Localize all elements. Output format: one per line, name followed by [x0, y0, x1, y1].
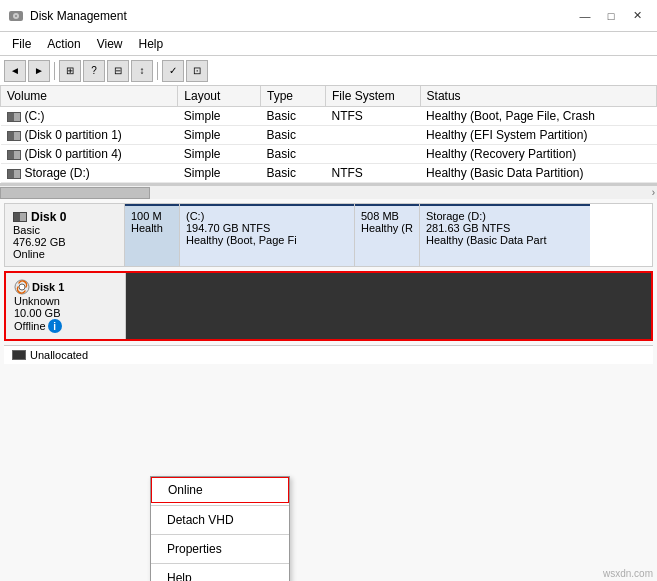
disk0-partition-storage[interactable]: Storage (D:) 281.63 GB NTFS Healthy (Bas…	[420, 204, 590, 266]
legend-unallocated: Unallocated	[12, 349, 88, 361]
close-button[interactable]: ✕	[625, 6, 649, 26]
horizontal-scrollbar[interactable]: ›	[0, 185, 657, 199]
disk0-type: Basic	[13, 224, 116, 236]
disk0-row: Disk 0 Basic 476.92 GB Online 100 M Heal…	[4, 203, 653, 267]
toolbar-back[interactable]: ◄	[4, 60, 26, 82]
menu-help[interactable]: Help	[131, 35, 172, 53]
partition1-status: Health	[131, 222, 173, 234]
toolbar-box[interactable]: ⊡	[186, 60, 208, 82]
partition-508-label: 508 MB	[361, 210, 413, 222]
legend-unallocated-box	[12, 350, 26, 360]
col-type[interactable]: Type	[261, 86, 326, 107]
menu-file[interactable]: File	[4, 35, 39, 53]
disk0-partition-c[interactable]: (C:) 194.70 GB NTFS Healthy (Boot, Page …	[180, 204, 355, 266]
cell-fs: NTFS	[326, 107, 421, 126]
watermark: wsxdn.com	[603, 568, 653, 579]
cell-type: Basic	[261, 164, 326, 183]
disk1-status: Offline i	[14, 319, 117, 333]
main-content: Volume Layout Type File System Status (C…	[0, 86, 657, 581]
volume-table-container[interactable]: Volume Layout Type File System Status (C…	[0, 86, 657, 185]
toolbar: ◄ ► ⊞ ? ⊟ ↕ ✓ ⊡	[0, 56, 657, 86]
cell-status: Healthy (Basic Data Partition)	[420, 164, 656, 183]
table-row[interactable]: (Disk 0 partition 1) Simple Basic Health…	[1, 126, 657, 145]
toolbar-minus[interactable]: ⊟	[107, 60, 129, 82]
app-icon	[8, 8, 24, 24]
cell-volume: Storage (D:)	[1, 164, 178, 183]
disk0-name: Disk 0	[31, 210, 66, 224]
menu-view[interactable]: View	[89, 35, 131, 53]
toolbar-help[interactable]: ?	[83, 60, 105, 82]
toolbar-forward[interactable]: ►	[28, 60, 50, 82]
scroll-thumb[interactable]	[0, 187, 150, 199]
cell-status: Healthy (Boot, Page File, Crash	[420, 107, 656, 126]
context-menu-sep2	[151, 534, 289, 535]
partition-storage-header	[420, 204, 590, 206]
cell-type: Basic	[261, 126, 326, 145]
disk1-size: 10.00 GB	[14, 307, 117, 319]
cell-status: Healthy (Recovery Partition)	[420, 145, 656, 164]
partition-508-status: Healthy (R	[361, 222, 413, 234]
legend-bar: Unallocated	[4, 345, 653, 364]
table-row[interactable]: (Disk 0 partition 4) Simple Basic Health…	[1, 145, 657, 164]
svg-point-2	[15, 15, 17, 17]
window-controls: — □ ✕	[573, 6, 649, 26]
partition-508-header	[355, 204, 419, 206]
cell-volume: (C:)	[1, 107, 178, 126]
cell-type: Basic	[261, 145, 326, 164]
partition1-label: 100 M	[131, 210, 173, 222]
svg-point-4	[19, 284, 25, 290]
cell-layout: Simple	[178, 107, 261, 126]
disk1-label: Disk 1 Unknown 10.00 GB Offline i	[6, 273, 126, 339]
col-filesystem[interactable]: File System	[326, 86, 421, 107]
cell-type: Basic	[261, 107, 326, 126]
window-title: Disk Management	[30, 9, 127, 23]
partition-c-header	[180, 204, 354, 206]
toolbar-arrow[interactable]: ↕	[131, 60, 153, 82]
menu-bar: File Action View Help	[0, 32, 657, 56]
partition-storage-status: Healthy (Basic Data Part	[426, 234, 584, 246]
table-row[interactable]: (C:) Simple Basic NTFS Healthy (Boot, Pa…	[1, 107, 657, 126]
context-menu-help[interactable]: Help	[151, 566, 289, 581]
context-menu-sep1	[151, 505, 289, 506]
cell-fs	[326, 145, 421, 164]
title-bar: Disk Management — □ ✕	[0, 0, 657, 32]
cell-fs	[326, 126, 421, 145]
partition-storage-size: 281.63 GB NTFS	[426, 222, 584, 234]
context-menu: Online Detach VHD Properties Help	[150, 476, 290, 581]
disk0-status: Online	[13, 248, 116, 260]
disk0-partition-508[interactable]: 508 MB Healthy (R	[355, 204, 420, 266]
partition-c-label: (C:)	[186, 210, 348, 222]
col-layout[interactable]: Layout	[178, 86, 261, 107]
minimize-button[interactable]: —	[573, 6, 597, 26]
disk1-row: Disk 1 Unknown 10.00 GB Offline i	[4, 271, 653, 341]
toolbar-check[interactable]: ✓	[162, 60, 184, 82]
toolbar-sep1	[54, 62, 55, 80]
disk0-partition1[interactable]: 100 M Health	[125, 204, 180, 266]
disk0-label: Disk 0 Basic 476.92 GB Online	[5, 204, 125, 266]
toolbar-sep2	[157, 62, 158, 80]
context-menu-online[interactable]: Online	[151, 477, 289, 503]
cell-layout: Simple	[178, 126, 261, 145]
volume-table: Volume Layout Type File System Status (C…	[0, 86, 657, 183]
legend-unallocated-label: Unallocated	[30, 349, 88, 361]
info-icon[interactable]: i	[48, 319, 62, 333]
col-volume[interactable]: Volume	[1, 86, 178, 107]
context-menu-properties[interactable]: Properties	[151, 537, 289, 561]
cell-volume: (Disk 0 partition 1)	[1, 126, 178, 145]
title-bar-left: Disk Management	[8, 8, 127, 24]
maximize-button[interactable]: □	[599, 6, 623, 26]
col-status[interactable]: Status	[420, 86, 656, 107]
disk1-unallocated	[126, 273, 651, 339]
context-menu-sep3	[151, 563, 289, 564]
partition-c-size: 194.70 GB NTFS	[186, 222, 348, 234]
table-row[interactable]: Storage (D:) Simple Basic NTFS Healthy (…	[1, 164, 657, 183]
disk1-name: Disk 1	[32, 281, 64, 293]
cell-status: Healthy (EFI System Partition)	[420, 126, 656, 145]
toolbar-grid[interactable]: ⊞	[59, 60, 81, 82]
cell-layout: Simple	[178, 145, 261, 164]
cell-layout: Simple	[178, 164, 261, 183]
partition1-header	[125, 204, 179, 206]
menu-action[interactable]: Action	[39, 35, 88, 53]
disk1-icon	[14, 279, 30, 295]
context-menu-detach-vhd[interactable]: Detach VHD	[151, 508, 289, 532]
